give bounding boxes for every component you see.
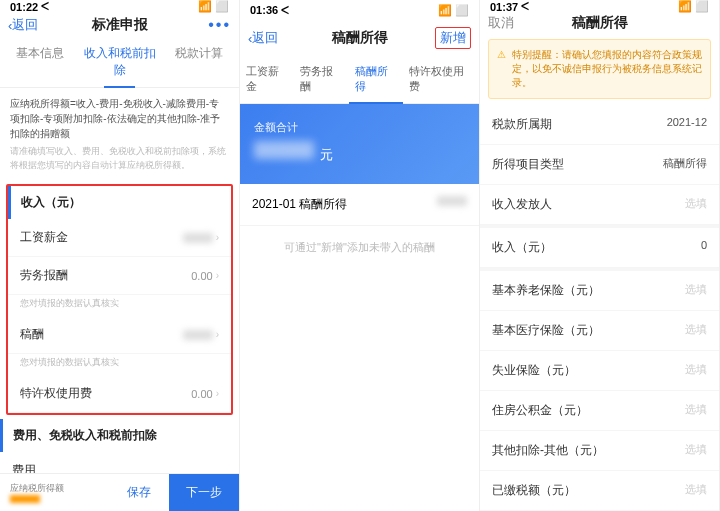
chevron-right-icon: › — [216, 232, 219, 243]
total-amount-card: 金额合计 元 — [240, 104, 479, 184]
fee-section-header: 费用、免税收入和税前扣除 — [0, 419, 239, 452]
warning-alert: ⚠ 特别提醒：请确认您填报的内容符合政策规定，以免不诚信申报行为被税务信息系统记… — [488, 39, 711, 99]
form-label: 基本医疗保险（元） — [492, 322, 600, 339]
tab-service[interactable]: 劳务报酬 — [294, 56, 348, 103]
form-label: 收入发放人 — [492, 196, 552, 213]
bottom-bar: 应纳税所得额 保存 下一步 — [0, 473, 239, 511]
blurred-total — [254, 141, 314, 159]
form-label: 住房公积金（元） — [492, 402, 588, 419]
chevron-right-icon: › — [216, 270, 219, 281]
form-row-payer[interactable]: 收入发放人选填 — [480, 185, 719, 225]
highlight-frame: 收入（元） 工资薪金 › 劳务报酬 0.00› 您对填报的数据认真核实 稿酬 ›… — [6, 184, 233, 415]
taxable-amount-info: 应纳税所得额 — [0, 474, 109, 511]
location-icon: ᐸ — [41, 0, 49, 13]
alert-text: 特别提醒：请确认您填报的内容符合政策规定，以免不诚信申报行为被税务信息系统记录。 — [512, 48, 702, 90]
page-title: 稿酬所得 — [332, 29, 388, 47]
screen-standard-declaration: 01:22 ᐸ 📶 ⬜ ‹返回 标准申报 ••• 基本信息 收入和税前扣除 税款… — [0, 0, 240, 511]
page-title: 标准申报 — [92, 16, 148, 34]
save-button[interactable]: 保存 — [109, 474, 169, 511]
income-row-royalty[interactable]: 稿酬 › — [8, 316, 231, 354]
primary-tabs: 基本信息 收入和税前扣除 税款计算 — [0, 37, 239, 88]
tab-salary[interactable]: 工资薪金 — [240, 56, 294, 103]
form-label: 税款所属期 — [492, 116, 552, 133]
form-label: 失业保险（元） — [492, 362, 576, 379]
formula-note: 请准确填写收入、费用、免税收入和税前扣除项，系统将根据您填写的内容自动计算应纳税… — [10, 145, 229, 172]
row-note: 您对填报的数据认真核实 — [8, 354, 231, 375]
list-item-label: 2021-01 稿酬所得 — [252, 196, 347, 213]
back-button[interactable]: ‹返回 — [8, 16, 38, 34]
form-label: 其他扣除-其他（元） — [492, 442, 604, 459]
status-time: 01:22 — [10, 1, 38, 13]
location-icon: ᐸ — [521, 0, 529, 13]
more-button[interactable]: ••• — [208, 16, 231, 34]
tab-license[interactable]: 特许权使用费 — [403, 56, 479, 103]
form-row-paid-tax[interactable]: 已缴税额（元）选填 — [480, 471, 719, 511]
form-value: 选填 — [685, 362, 707, 379]
blurred-value — [183, 330, 213, 340]
status-bar: 01:22 ᐸ 📶 ⬜ — [0, 0, 239, 13]
form-row-tax-period[interactable]: 税款所属期2021-12 — [480, 105, 719, 145]
row-label: 稿酬 — [20, 326, 44, 343]
status-bar: 01:37 ᐸ 📶 ⬜ — [480, 0, 719, 13]
status-bar: 01:36 ᐸ 📶 ⬜ — [240, 0, 479, 20]
form-label: 所得项目类型 — [492, 156, 564, 173]
row-value: 0.00 — [191, 270, 212, 282]
cancel-button[interactable]: 取消 — [488, 14, 514, 32]
form-label: 已缴税额（元） — [492, 482, 576, 499]
next-button[interactable]: 下一步 — [169, 474, 239, 511]
row-note: 您对填报的数据认真核实 — [8, 295, 231, 316]
row-value: 0.00 — [191, 388, 212, 400]
income-type-tabs: 工资薪金 劳务报酬 稿酬所得 特许权使用费 — [240, 56, 479, 104]
form-row-other-deduction[interactable]: 其他扣除-其他（元）选填 — [480, 431, 719, 471]
status-time: 01:36 — [250, 4, 278, 16]
screen-royalty-form: 01:37 ᐸ 📶 ⬜ 取消 稿酬所得 ⚠ 特别提醒：请确认您填报的内容符合政策… — [480, 0, 720, 511]
income-list-item[interactable]: 2021-01 稿酬所得 — [240, 184, 479, 226]
bottom-label: 应纳税所得额 — [10, 482, 109, 495]
form-row-income[interactable]: 收入（元）0 — [480, 228, 719, 268]
status-time: 01:37 — [490, 1, 518, 13]
row-label: 劳务报酬 — [20, 267, 68, 284]
income-row-service[interactable]: 劳务报酬 0.00› — [8, 257, 231, 295]
back-button[interactable]: ‹返回 — [248, 29, 278, 47]
nav-bar: 取消 稿酬所得 — [480, 13, 719, 33]
blurred-value — [183, 233, 213, 243]
tab-basic-info[interactable]: 基本信息 — [0, 37, 80, 87]
income-row-salary[interactable]: 工资薪金 › — [8, 219, 231, 257]
nav-bar: ‹返回 稿酬所得 新增 — [240, 20, 479, 56]
form-value: 稿酬所得 — [663, 156, 707, 173]
hint-text: 可通过"新增"添加未带入的稿酬 — [240, 226, 479, 269]
form-label: 收入（元） — [492, 239, 552, 256]
tab-royalty[interactable]: 稿酬所得 — [349, 56, 403, 104]
chevron-right-icon: › — [216, 388, 219, 399]
income-row-license[interactable]: 特许权使用费 0.00› — [8, 375, 231, 413]
card-unit: 元 — [320, 146, 333, 164]
form-label: 基本养老保险（元） — [492, 282, 600, 299]
form-row-medical[interactable]: 基本医疗保险（元）选填 — [480, 311, 719, 351]
form-value: 选填 — [685, 402, 707, 419]
form-value: 2021-12 — [667, 116, 707, 133]
screen-royalty-list: 01:36 ᐸ 📶 ⬜ ‹返回 稿酬所得 新增 工资薪金 劳务报酬 稿酬所得 特… — [240, 0, 480, 511]
chevron-right-icon: › — [216, 329, 219, 340]
blurred-value — [437, 196, 467, 206]
warning-icon: ⚠ — [497, 48, 506, 90]
form-row-unemployment[interactable]: 失业保险（元）选填 — [480, 351, 719, 391]
add-button[interactable]: 新增 — [435, 27, 471, 49]
nav-bar: ‹返回 标准申报 ••• — [0, 13, 239, 37]
row-label: 特许权使用费 — [20, 385, 92, 402]
tab-tax-calc[interactable]: 税款计算 — [159, 37, 239, 87]
form-row-pension[interactable]: 基本养老保险（元）选填 — [480, 271, 719, 311]
form-value: 选填 — [685, 482, 707, 499]
form-value: 选填 — [685, 322, 707, 339]
location-icon: ᐸ — [281, 4, 289, 17]
form-row-income-type[interactable]: 所得项目类型稿酬所得 — [480, 145, 719, 185]
tab-income-deduction[interactable]: 收入和税前扣除 — [80, 37, 160, 87]
card-title: 金额合计 — [254, 120, 465, 135]
form-row-housing[interactable]: 住房公积金（元）选填 — [480, 391, 719, 431]
status-icons: 📶 ⬜ — [198, 0, 229, 13]
blurred-amount — [10, 495, 40, 503]
income-section-header: 收入（元） — [8, 186, 231, 219]
formula-box: 应纳税所得额=收入-费用-免税收入-减除费用-专项扣除-专项附加扣除-依法确定的… — [0, 88, 239, 180]
row-label: 工资薪金 — [20, 229, 68, 246]
form-value: 选填 — [685, 196, 707, 213]
status-icons: 📶 ⬜ — [678, 0, 709, 13]
